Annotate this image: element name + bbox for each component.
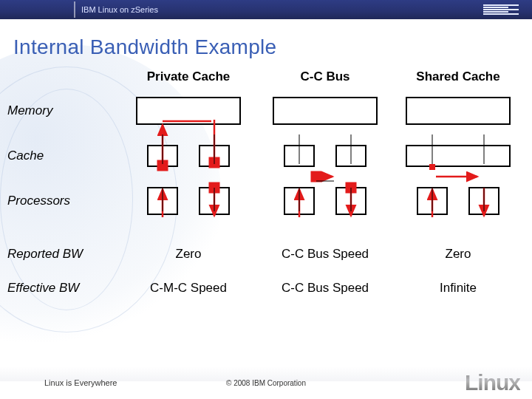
column-header-private-cache: Private Cache — [118, 69, 259, 87]
cell-memory-private — [118, 87, 259, 134]
cell-cache-private — [118, 134, 259, 177]
processor-block — [468, 187, 499, 215]
footer-copyright: © 2008 IBM Corporation — [226, 379, 306, 387]
value-reported-private: Zero — [118, 247, 259, 262]
header-bar: IBM Linux on zSeries — [0, 0, 532, 19]
processor-block — [147, 187, 178, 215]
row-label-cache: Cache — [7, 146, 118, 166]
cache-block — [284, 145, 315, 167]
footer-bar: Linux is Everywhere © 2008 IBM Corporati… — [0, 366, 532, 399]
row-label-effective-bw: Effective BW — [7, 278, 118, 299]
value-effective-private: C-M-C Speed — [118, 281, 259, 296]
value-reported-shared: Zero — [392, 247, 525, 262]
cell-proc-ccbus — [259, 177, 392, 225]
cell-memory-shared — [392, 87, 525, 134]
row-label-processors: Processors — [7, 191, 118, 211]
column-header-cc-bus: C-C Bus — [259, 69, 392, 87]
cache-block — [335, 145, 366, 167]
row-label-memory: Memory — [7, 100, 118, 121]
value-effective-shared: Infinite — [392, 281, 525, 296]
processor-block — [199, 187, 230, 215]
cell-memory-ccbus — [259, 87, 392, 134]
row-memory: Memory — [7, 87, 525, 134]
cache-block-shared — [406, 145, 511, 167]
processor-block — [417, 187, 448, 215]
row-processors: Processors — [7, 177, 525, 225]
diagram-area: Private Cache C-C Bus Shared Cache Memor… — [7, 69, 525, 299]
column-header-shared-cache: Shared Cache — [392, 69, 525, 87]
column-headers-row: Private Cache C-C Bus Shared Cache — [7, 69, 525, 87]
memory-block — [406, 97, 511, 125]
row-cache: Cache — [7, 134, 525, 177]
header-divider — [74, 1, 75, 18]
row-reported-bw: Reported BW Zero C-C Bus Speed Zero — [7, 244, 525, 265]
cell-proc-shared — [392, 177, 525, 225]
processor-block — [335, 187, 366, 215]
ibm-logo-icon — [483, 4, 519, 15]
processor-block — [284, 187, 315, 215]
memory-block — [273, 97, 378, 125]
breadcrumb: IBM Linux on zSeries — [81, 5, 158, 14]
cache-block — [147, 145, 178, 167]
page-title: Internal Bandwidth Example — [0, 19, 532, 64]
cell-cache-shared — [392, 134, 525, 177]
memory-block — [136, 97, 241, 125]
cache-block — [199, 145, 230, 167]
row-effective-bw: Effective BW C-M-C Speed C-C Bus Speed I… — [7, 278, 525, 299]
value-effective-ccbus: C-C Bus Speed — [259, 281, 392, 296]
row-label-reported-bw: Reported BW — [7, 244, 118, 265]
cell-cache-ccbus — [259, 134, 392, 177]
cell-proc-private — [118, 177, 259, 225]
value-reported-ccbus: C-C Bus Speed — [259, 247, 392, 262]
